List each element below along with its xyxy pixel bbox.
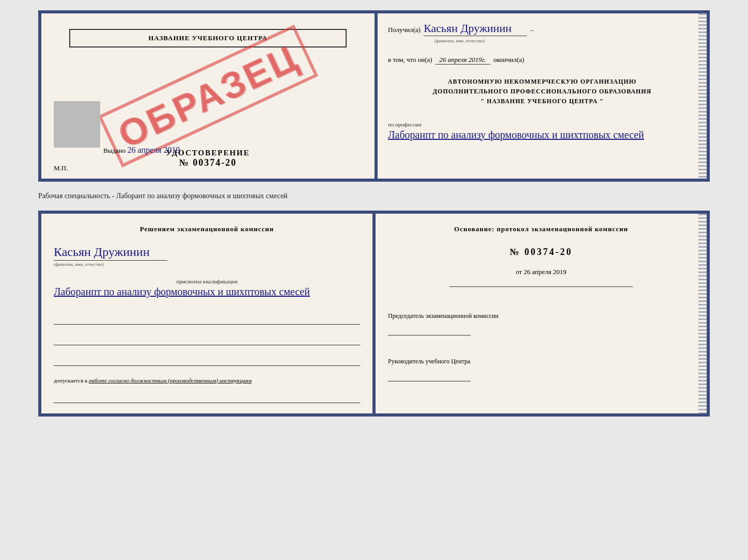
profession-label: по профессии	[388, 121, 696, 127]
top-doc-right: Получил(а) Касьян Дружинин – (фамилия, и…	[376, 13, 707, 179]
org-line3: " НАЗВАНИЕ УЧЕБНОГО ЦЕНТРА "	[388, 97, 696, 106]
director-label: Руководитель учебного Центра	[388, 357, 694, 366]
bottom-doc-right: Основание: протокол экзаменационной коми…	[374, 214, 707, 413]
from-date-section: от 26 апреля 2019	[388, 268, 694, 276]
right-border-decoration	[698, 13, 707, 179]
допускается-value: работе согласно должностным (производств…	[89, 377, 252, 383]
specialty-line: Рабочая специальность - Лаборант по анал…	[38, 190, 710, 202]
qualification-section: присвоена квалификация Лаборанпт по анал…	[54, 278, 360, 299]
top-document: НАЗВАНИЕ УЧЕБНОГО ЦЕНТРА УДОСТОВЕРЕНИЕ №…	[38, 10, 710, 182]
right-border-decoration-bottom	[698, 214, 707, 413]
chairman-label: Председатель экзаменационной комиссии	[388, 312, 694, 321]
received-name-sublabel: (фамилия, имя, отчество)	[434, 38, 485, 43]
qualification-value: Лаборанпт по анализу формовочных и шихпт…	[54, 284, 360, 299]
from-date-value: 26 апреля 2019	[524, 268, 567, 276]
org-line2: ДОПОЛНИТЕЛЬНОГО ПРОФЕССИОНАЛЬНОГО ОБРАЗО…	[388, 87, 696, 97]
issued-label: Выдано	[103, 147, 126, 154]
profession-section: по профессии Лаборанпт по анализу формов…	[388, 121, 696, 142]
допускается-prefix: допускается к	[54, 377, 87, 383]
signature-line-3	[54, 356, 360, 366]
person-name: Касьян Дружинин	[54, 245, 167, 261]
mp-label: М.П.	[54, 164, 68, 172]
osnov-header: Основание: протокол экзаменационной коми…	[388, 224, 694, 234]
photo-placeholder	[54, 101, 100, 148]
bottom-doc-left: Решением экзаменационной комиссии Касьян…	[41, 214, 374, 413]
school-name-box: НАЗВАНИЕ УЧЕБНОГО ЦЕНТРА	[69, 29, 347, 47]
commission-header: Решением экзаменационной комиссии	[54, 224, 360, 235]
person-sublabel: (фамилия, имя, отчество)	[54, 262, 360, 267]
director-section: Руководитель учебного Центра	[388, 353, 694, 381]
issued-date-value: 26 апреля 2019	[128, 146, 180, 154]
bottom-document: Решением экзаменационной комиссии Касьян…	[38, 211, 710, 417]
protocol-number: № 00374-20	[388, 247, 694, 258]
date-line: в том, что он(а) 26 апреля 2019г. окончи…	[388, 56, 696, 65]
profession-value: Лаборанпт по анализу формовочных и шихтп…	[388, 127, 696, 142]
date-value: 26 апреля 2019г.	[435, 56, 490, 65]
date-suffix: окончил(а)	[493, 56, 524, 64]
from-label: от	[516, 268, 522, 276]
org-text: АВТОНОМНУЮ НЕКОММЕРЧЕСКУЮ ОРГАНИЗАЦИЮ ДО…	[388, 77, 696, 107]
chairman-signature-line	[388, 322, 471, 335]
person-name-section: Касьян Дружинин (фамилия, имя, отчество)	[54, 245, 360, 267]
top-doc-left: НАЗВАНИЕ УЧЕБНОГО ЦЕНТРА УДОСТОВЕРЕНИЕ №…	[41, 13, 376, 179]
school-name-text: НАЗВАНИЕ УЧЕБНОГО ЦЕНТРА	[148, 34, 268, 42]
допускается-underline	[54, 393, 360, 403]
signature-line-1	[54, 314, 360, 325]
received-name: Касьян Дружинин	[424, 22, 527, 36]
qualification-prefix: присвоена квалификация	[54, 278, 360, 284]
signature-line-2	[54, 335, 360, 345]
issued-date-section: Выдано 26 апреля 2019	[103, 146, 180, 155]
director-signature-line	[388, 368, 471, 381]
dash-separator: –	[530, 26, 534, 34]
допускается-section: допускается к работе согласно должностны…	[54, 377, 360, 383]
received-line: Получил(а) Касьян Дружинин –	[388, 22, 696, 36]
org-line1: АВТОНОМНУЮ НЕКОММЕРЧЕСКУЮ ОРГАНИЗАЦИЮ	[388, 77, 696, 87]
date-underline	[449, 286, 633, 287]
date-prefix: в том, что он(а)	[388, 56, 432, 64]
received-prefix: Получил(а)	[388, 26, 420, 34]
chairman-section: Председатель экзаменационной комиссии	[388, 308, 694, 336]
cert-number: № 00374-20	[166, 157, 250, 168]
